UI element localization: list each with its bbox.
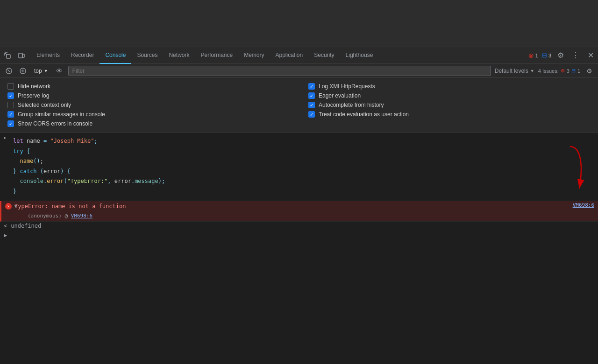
console-result: < undefined (0, 222, 598, 230)
console-output-area: let name = "Joseph Mike" ; try { name ()… (0, 133, 598, 364)
devtools-tab-bar: Elements Recorder Console Sources Networ… (0, 47, 598, 64)
selected-context-checkbox[interactable] (7, 102, 14, 108)
warning-badge: ⊟ 3 (542, 52, 551, 59)
tab-console[interactable]: Console (100, 47, 131, 64)
error-circle-icon: ⊗ (528, 52, 534, 59)
result-value: undefined (11, 223, 41, 229)
hide-network-checkbox[interactable] (7, 83, 14, 90)
result-arrow-icon: < (4, 223, 7, 229)
browser-chrome (0, 0, 598, 47)
eye-icon[interactable]: 👁 (54, 66, 64, 76)
error-circle-indicator: ✕ (5, 203, 12, 210)
show-cors-label: Show CORS errors in console (18, 120, 93, 127)
error-entry-gutter: ✕ (5, 202, 14, 210)
devtools-tabs: Elements Recorder Console Sources Networ… (31, 47, 528, 64)
clear-console-icon[interactable] (4, 66, 14, 76)
context-selector[interactable]: top ▼ (32, 66, 50, 76)
setting-group-similar: Group similar messages in console (7, 110, 290, 119)
setting-autocomplete: Autocomplete from history (308, 100, 591, 110)
entry-expand-icon[interactable] (4, 133, 13, 140)
tab-sources[interactable]: Sources (131, 47, 163, 64)
filter-toggle-icon[interactable] (18, 66, 28, 76)
error-stack-link[interactable]: VM698:6 (71, 213, 93, 219)
console-output: let name = "Joseph Mike" ; try { name ()… (0, 133, 598, 364)
error-badge: ⊗ 1 (528, 52, 538, 59)
console-toolbar: top ▼ 👁 Default levels ▼ 4 Issues: ⊗ 3 ⊟… (0, 64, 598, 78)
filter-input[interactable] (68, 66, 491, 76)
autocomplete-checkbox[interactable] (308, 102, 315, 108)
close-devtools-icon[interactable]: ✕ (585, 50, 596, 61)
console-settings-icon[interactable]: ⚙ (584, 66, 594, 76)
error-message-text: TypeError: name is not a function (14, 203, 126, 210)
console-entry-code: let name = "Joseph Mike" ; try { name ()… (0, 133, 598, 201)
eager-eval-label: Eager evaluation (319, 92, 361, 99)
eager-eval-checkbox[interactable] (308, 92, 315, 99)
context-selector-chevron: ▼ (44, 69, 48, 73)
error-count: 1 (535, 53, 538, 58)
warning-count: 3 (548, 53, 551, 58)
tab-lighthouse[interactable]: Lighthouse (340, 47, 379, 64)
code-snippet: let name = "Joseph Mike" ; try { name ()… (13, 133, 594, 200)
code-line-4: } catch ( error ) { (13, 167, 594, 177)
error-entry: ✕ TypeError: name is not a function VM69… (0, 201, 598, 212)
issues-error-icon: ⊗ (561, 68, 565, 74)
issues-warning-icon: ⊟ (571, 68, 576, 74)
console-input-line: ▶ (0, 230, 598, 240)
tab-recorder[interactable]: Recorder (65, 47, 100, 64)
error-message-content: TypeError: name is not a function (14, 202, 573, 211)
tab-application[interactable]: Application (270, 47, 309, 64)
preserve-log-label: Preserve log (18, 92, 49, 99)
tab-performance[interactable]: Performance (195, 47, 238, 64)
treat-code-label: Treat code evaluation as user action (319, 111, 409, 118)
console-settings-panel: Hide network Preserve log Selected conte… (0, 78, 598, 133)
group-similar-checkbox[interactable] (7, 111, 14, 118)
error-file-link[interactable]: VM698:6 (573, 202, 594, 208)
setting-selected-context: Selected context only (7, 100, 290, 110)
treat-code-checkbox[interactable] (308, 111, 315, 118)
issues-bar: 4 Issues: ⊗ 3 ⊟ 1 (538, 68, 580, 74)
hide-network-label: Hide network (18, 83, 50, 90)
svg-rect-2 (22, 54, 24, 57)
settings-gear-icon[interactable]: ⚙ (555, 50, 566, 61)
default-levels-chevron: ▼ (530, 69, 534, 73)
selected-context-label: Selected context only (18, 102, 71, 108)
issues-warning-count: 1 (577, 68, 580, 74)
tab-network[interactable]: Network (163, 47, 195, 64)
setting-log-xmlhttp: Log XMLHttpRequests (308, 82, 591, 91)
log-xmlhttp-label: Log XMLHttpRequests (319, 83, 375, 90)
svg-line-4 (7, 70, 10, 72)
tab-memory[interactable]: Memory (238, 47, 270, 64)
more-options-icon[interactable]: ⋮ (570, 50, 581, 61)
settings-left: Hide network Preserve log Selected conte… (7, 82, 290, 128)
svg-rect-1 (19, 53, 22, 58)
preserve-log-checkbox[interactable] (7, 92, 14, 99)
tab-security[interactable]: Security (308, 47, 340, 64)
code-line-5: console . error ( "TypeError:" , error .… (13, 176, 594, 187)
error-stack-trace: (anonymous) @ VM698:6 (0, 212, 598, 222)
keyword-let: let (13, 136, 23, 147)
setting-treat-code: Treat code evaluation as user action (308, 110, 591, 119)
group-similar-label: Group similar messages in console (18, 111, 105, 118)
code-line-6: } (13, 187, 594, 197)
issues-label: 4 Issues: (538, 68, 559, 74)
code-line-2: try { (13, 147, 594, 157)
default-levels-label: Default levels (495, 68, 528, 74)
device-toolbar-icon[interactable] (16, 50, 27, 61)
default-levels-button[interactable]: Default levels ▼ (495, 68, 534, 74)
input-prompt-icon: ▶ (4, 232, 7, 238)
autocomplete-label: Autocomplete from history (319, 102, 384, 108)
setting-preserve-log: Preserve log (7, 91, 290, 100)
show-cors-checkbox[interactable] (7, 120, 14, 127)
tab-elements[interactable]: Elements (31, 47, 65, 64)
warning-circle-icon: ⊟ (542, 52, 547, 59)
log-xmlhttp-checkbox[interactable] (308, 83, 315, 90)
code-line-1: let name = "Joseph Mike" ; (13, 136, 594, 147)
settings-right: Log XMLHttpRequests Eager evaluation Aut… (308, 82, 591, 128)
devtools-panel: Elements Recorder Console Sources Networ… (0, 47, 598, 364)
inspect-element-icon[interactable] (2, 50, 13, 61)
context-selector-label: top (34, 68, 42, 74)
tab-bar-right: ⊗ 1 ⊟ 3 ⚙ ⋮ ✕ (528, 50, 596, 61)
setting-hide-network: Hide network (7, 82, 290, 91)
svg-rect-0 (7, 55, 10, 58)
setting-show-cors: Show CORS errors in console (7, 119, 290, 128)
